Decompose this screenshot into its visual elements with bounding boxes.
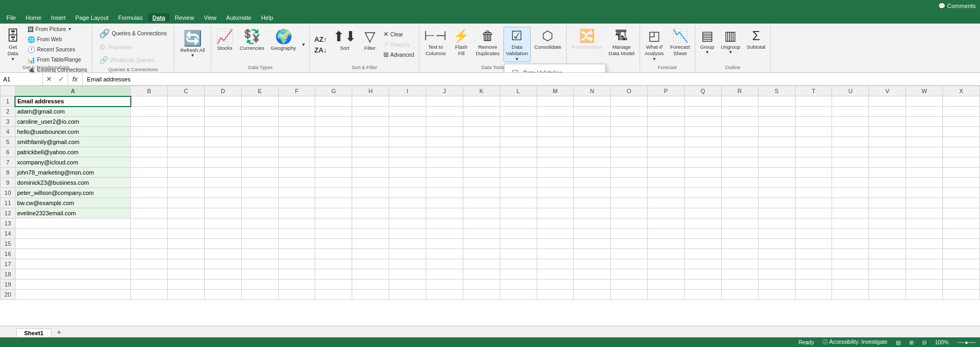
cell-16-19[interactable] <box>685 280 722 290</box>
cell-3-15[interactable] <box>204 239 241 249</box>
cell-23-18[interactable] <box>943 269 980 280</box>
cell-2-19[interactable] <box>168 280 205 290</box>
cell-10-13[interactable] <box>463 218 500 229</box>
cell-6-14[interactable] <box>315 229 352 239</box>
cell-4-9[interactable] <box>241 178 278 188</box>
cell-16-17[interactable] <box>685 259 722 269</box>
cell-1-8[interactable] <box>131 168 168 178</box>
cell-19-4[interactable] <box>795 127 832 137</box>
cell-11-9[interactable] <box>500 178 537 188</box>
cell-6-19[interactable] <box>315 280 352 290</box>
cell-3-17[interactable] <box>204 259 241 269</box>
cell-12-7[interactable] <box>537 157 574 168</box>
cell-22-7[interactable] <box>906 157 943 168</box>
cell-2-2[interactable] <box>168 107 205 117</box>
cell-8-17[interactable] <box>389 259 426 269</box>
cell-12-11[interactable] <box>537 198 574 208</box>
cell-8-4[interactable] <box>389 127 426 137</box>
cell-a13[interactable] <box>15 218 130 229</box>
cell-15-11[interactable] <box>648 198 685 208</box>
cell-15-6[interactable] <box>648 147 685 157</box>
cell-18-13[interactable] <box>758 218 795 229</box>
cell-12-2[interactable] <box>537 107 574 117</box>
cell-1-18[interactable] <box>131 269 168 280</box>
menu-automate[interactable]: Automate <box>222 13 256 22</box>
col-header-e[interactable]: E <box>241 86 278 96</box>
cell-1-9[interactable] <box>131 178 168 188</box>
cell-reference-box[interactable]: A1 <box>0 73 43 85</box>
cell-18-18[interactable] <box>758 269 795 280</box>
cell-a6[interactable]: patrickbell@yahoo.com <box>15 147 130 157</box>
cell-18-7[interactable] <box>758 157 795 168</box>
more-data-types-button[interactable]: ▼ <box>300 27 307 62</box>
col-header-n[interactable]: N <box>574 86 611 96</box>
refresh-all-button[interactable]: 🔄 Refresh All ▼ <box>176 28 209 63</box>
cell-12-4[interactable] <box>537 127 574 137</box>
cell-18-8[interactable] <box>758 168 795 178</box>
cell-9-3[interactable] <box>426 117 463 127</box>
cell-13-20[interactable] <box>574 290 611 300</box>
cell-7-4[interactable] <box>352 127 389 137</box>
cell-13-10[interactable] <box>574 188 611 198</box>
cell-4-7[interactable] <box>241 157 278 168</box>
cell-11-17[interactable] <box>500 259 537 269</box>
col-header-k[interactable]: K <box>463 86 500 96</box>
cell-14-16[interactable] <box>611 249 648 259</box>
cell-17-19[interactable] <box>721 280 758 290</box>
cell-5-8[interactable] <box>278 168 315 178</box>
cell-4-5[interactable] <box>241 137 278 147</box>
cell-18-6[interactable] <box>758 147 795 157</box>
cell-8-16[interactable] <box>389 249 426 259</box>
cell-13-5[interactable] <box>574 137 611 147</box>
menu-file[interactable]: File <box>2 13 20 22</box>
cell-8-6[interactable] <box>389 147 426 157</box>
cell-4-19[interactable] <box>241 280 278 290</box>
cell-13-7[interactable] <box>574 157 611 168</box>
cell-10-10[interactable] <box>463 188 500 198</box>
cell-16-6[interactable] <box>685 147 722 157</box>
cell-21-8[interactable] <box>869 168 906 178</box>
cell-12-14[interactable] <box>537 229 574 239</box>
cell-21-20[interactable] <box>869 290 906 300</box>
cell-8-18[interactable] <box>389 269 426 280</box>
cell-16-9[interactable] <box>685 178 722 188</box>
cell-14-6[interactable] <box>611 147 648 157</box>
cell-23-8[interactable] <box>943 168 980 178</box>
cell-18-12[interactable] <box>758 208 795 218</box>
cell-10-4[interactable] <box>463 127 500 137</box>
cell-18-14[interactable] <box>758 229 795 239</box>
menu-home[interactable]: Home <box>21 13 46 22</box>
cell-16-2[interactable] <box>685 107 722 117</box>
cell-a16[interactable] <box>15 249 130 259</box>
cell-5-11[interactable] <box>278 198 315 208</box>
cell-13-13[interactable] <box>574 218 611 229</box>
cell-a12[interactable]: eveline2323email.com <box>15 208 130 218</box>
cell-19-16[interactable] <box>795 249 832 259</box>
cell-23-4[interactable] <box>943 127 980 137</box>
cell-7-17[interactable] <box>352 259 389 269</box>
cell-10-3[interactable] <box>463 117 500 127</box>
cell-21-6[interactable] <box>869 147 906 157</box>
cell-16-3[interactable] <box>685 117 722 127</box>
cell-6-17[interactable] <box>315 259 352 269</box>
cell-14-14[interactable] <box>611 229 648 239</box>
cell-6-13[interactable] <box>315 218 352 229</box>
cell-21-3[interactable] <box>869 117 906 127</box>
cell-10-9[interactable] <box>463 178 500 188</box>
cell-8-12[interactable] <box>389 208 426 218</box>
cell-19-6[interactable] <box>795 147 832 157</box>
col-header-b[interactable]: B <box>131 86 168 96</box>
get-data-button[interactable]: 🗄 Get Data ▼ <box>2 27 24 62</box>
cell-9-6[interactable] <box>426 147 463 157</box>
cell-15-4[interactable] <box>648 127 685 137</box>
cell-1-7[interactable] <box>131 157 168 168</box>
cell-11-20[interactable] <box>500 290 537 300</box>
cell-4-6[interactable] <box>241 147 278 157</box>
cell-7-2[interactable] <box>352 107 389 117</box>
cell-17-6[interactable] <box>721 147 758 157</box>
cell-9-16[interactable] <box>426 249 463 259</box>
cell-3-18[interactable] <box>204 269 241 280</box>
cell-11-4[interactable] <box>500 127 537 137</box>
cell-12-19[interactable] <box>537 280 574 290</box>
cell-15-14[interactable] <box>648 229 685 239</box>
